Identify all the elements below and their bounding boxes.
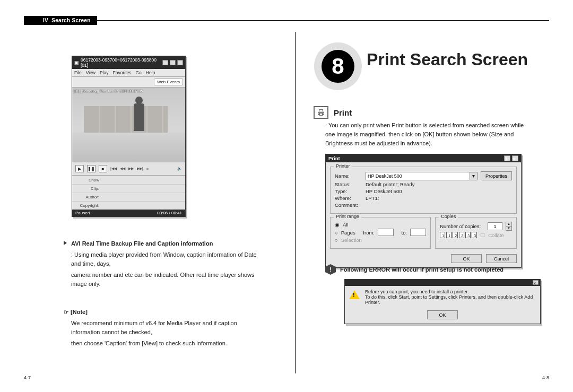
chevron-down-icon[interactable]: ▾ (470, 172, 478, 180)
volume-icon[interactable]: 🔈 (177, 167, 182, 171)
mp-menu-help[interactable]: Help (146, 70, 155, 75)
minimize-icon[interactable] (162, 60, 168, 65)
pages-label: Pages (341, 230, 355, 236)
copies-group: Copies Number of copies: ▲ ▼ (435, 217, 517, 249)
radio-selection[interactable]: ○ (335, 237, 338, 243)
mp-webevents-link[interactable]: Web Events (154, 79, 183, 85)
print-dialog-title: Print (328, 155, 340, 161)
close-icon[interactable]: × (533, 280, 539, 285)
mp-author-label: Author: (72, 193, 102, 201)
media-player-window: ▣ 06172003-093700~06172003-093800 [01] F… (72, 56, 186, 217)
mp-copyright-label: Copyright: (72, 202, 102, 210)
printer-name-combo[interactable] (366, 172, 470, 180)
radio-all[interactable]: ◉ (335, 222, 340, 228)
mp-info-panel: Show Clip: Author: Copyright: (72, 176, 185, 210)
mp-statusbar: Paused 00:06 / 00:41 (72, 210, 185, 216)
header-rule (97, 20, 549, 21)
mp-controls: ▶ ❚❚ ■ |◀◀ ◀◀ ▶▶ ▶▶| ≡ 🔈 (72, 162, 185, 176)
mp-show-label: Show (72, 176, 102, 184)
mp-menu-favorites[interactable]: Favorites (113, 70, 132, 75)
status-label: Status: (335, 181, 362, 187)
mp-menu-go[interactable]: Go (136, 70, 142, 75)
print-dialog-titlebar: Print ? × (326, 154, 521, 162)
mp-clip-label: Clip: (72, 185, 102, 193)
where-label: Where: (335, 195, 362, 201)
warning-text: Following ERROR will occur if print setu… (340, 266, 503, 273)
copies-legend: Copies (439, 214, 458, 219)
collate-label: Collate (488, 232, 504, 238)
cancel-button[interactable]: Cancel (486, 254, 517, 263)
from-label: from: (363, 230, 375, 236)
mp-video-person (134, 103, 144, 131)
error-line2: To do this, click Start, point to Settin… (365, 294, 536, 305)
chapter-circle: 8 (314, 42, 362, 90)
alert-triangle-icon (349, 290, 360, 299)
playlist-icon[interactable]: ≡ (146, 167, 149, 171)
close-icon[interactable]: × (512, 155, 518, 161)
ok-button[interactable]: OK (451, 254, 482, 263)
mp-title-text: 06172003-093700~06172003-093800 [01] (81, 57, 161, 68)
print-heading-row: Print (314, 106, 352, 119)
note-label: [Note] (64, 309, 88, 315)
error-line1: Before you can print, you need to instal… (365, 289, 536, 294)
mp-video-area: [01] [Samsung] Tue Jun 17 2003 09:37:05 (72, 88, 185, 162)
play-icon[interactable]: ▶ (75, 165, 84, 172)
page-left: ▣ 06172003-093700~06172003-093800 [01] F… (34, 32, 289, 373)
page-number-left: 4-7 (24, 375, 31, 380)
type-label: Type: (335, 188, 362, 194)
page-number-right: 4-8 (542, 375, 549, 380)
print-body: : You can only print when Print button i… (325, 121, 528, 148)
printer-icon (314, 106, 328, 119)
forward-icon[interactable]: ▶▶ (128, 167, 134, 171)
printer-legend: Printer (334, 163, 352, 169)
all-label: All (343, 222, 349, 228)
mp-menubar: File View Play Favorites Go Help (72, 69, 185, 77)
name-label: Name: (335, 173, 362, 179)
from-input[interactable] (378, 229, 394, 236)
print-body-line2: one image is magnified, then click on [O… (325, 130, 528, 139)
copies-input[interactable] (488, 222, 502, 230)
print-range-group: Print range ◉ All ○ Pages from: to: ○ Se… (330, 217, 431, 249)
rewind-icon[interactable]: ◀◀ (120, 167, 125, 171)
print-heading: Print (334, 108, 352, 117)
mp-menu-file[interactable]: File (74, 70, 82, 75)
close-icon[interactable] (177, 60, 183, 65)
collate-checkbox[interactable]: ☐ (480, 232, 485, 238)
mp-menu-play[interactable]: Play (100, 70, 109, 75)
printer-group: Printer Name: ▾ Properties Status: Defau… (330, 167, 517, 214)
pause-icon[interactable]: ❚❚ (87, 165, 96, 172)
radio-pages[interactable]: ○ (335, 230, 338, 236)
stop-icon[interactable]: ■ (99, 165, 107, 172)
avi-body-line1: : Using media player provided from Windo… (71, 250, 259, 268)
type-value: HP DeskJet 500 (366, 188, 402, 194)
header-bar: IV Search Screen (24, 16, 549, 25)
error-dialog: × Before you can print, you need to inst… (344, 279, 541, 324)
print-dialog: Print ? × Printer Name: ▾ Properties Sta… (325, 154, 522, 268)
error-ok-button[interactable]: OK (427, 310, 458, 319)
mp-app-icon: ▣ (74, 60, 79, 65)
mp-caption-overlay: [01] [Samsung] Tue Jun 17 2003 09:37:05 (74, 89, 143, 93)
mp-status-state: Paused (75, 211, 90, 215)
help-icon[interactable]: ? (504, 155, 510, 161)
comment-label: Comment: (335, 202, 362, 208)
chapter-title: Print Search Screen (367, 50, 528, 69)
header-chapter-label: Search Screen (51, 18, 90, 23)
to-input[interactable] (410, 229, 426, 236)
mp-menu-view[interactable]: View (86, 70, 96, 75)
spinner-icon[interactable]: ▲ ▼ (506, 222, 512, 231)
note-line2: then choose 'Caption' from [View] to che… (71, 339, 259, 348)
to-label: to: (402, 230, 407, 236)
numcopies-label: Number of copies: (440, 223, 481, 229)
where-value: LPT1: (366, 195, 379, 201)
properties-button[interactable]: Properties (481, 171, 512, 180)
collate-preview (440, 232, 477, 238)
avi-section-heading: AVI Real Time Backup File and Caption in… (71, 240, 213, 247)
mp-titlebar: ▣ 06172003-093700~06172003-093800 [01] (72, 56, 185, 69)
warning-icon: ! (325, 264, 336, 275)
range-legend: Print range (334, 214, 361, 219)
header-chapter-tag: IV Search Screen (24, 16, 97, 25)
skip-fwd-icon[interactable]: ▶▶| (137, 167, 143, 171)
status-value: Default printer; Ready (366, 181, 414, 187)
maximize-icon[interactable] (170, 60, 176, 65)
skip-back-icon[interactable]: |◀◀ (110, 167, 117, 171)
